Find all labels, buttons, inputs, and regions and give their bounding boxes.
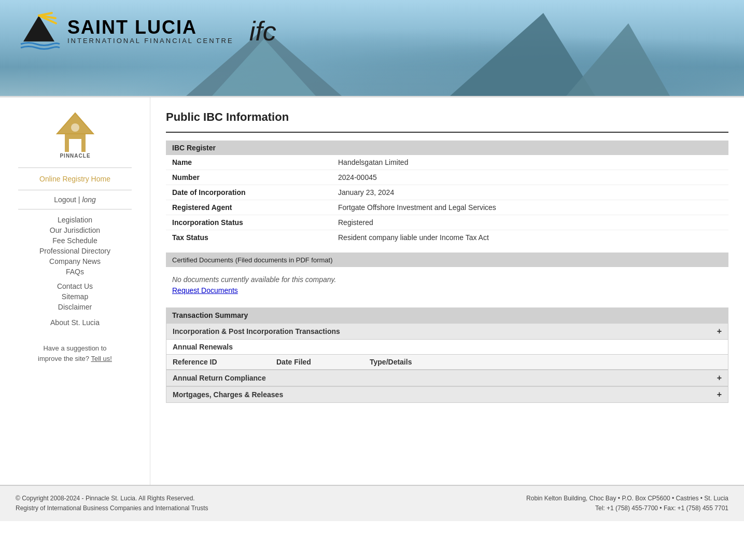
sidebar-item-contact-us[interactable]: Contact Us <box>8 281 142 291</box>
logo-area: SAINT LUCIA INTERNATIONAL FINANCIAL CENT… <box>16 10 276 52</box>
pinnacle-logo: PINNACLE ST. LUCIA <box>44 108 106 160</box>
sidebar-item-our-jurisdiction[interactable]: Our Jurisdiction <box>8 225 142 235</box>
annual-renewals-label: Annual Renewals <box>173 343 233 351</box>
certified-docs-title: Certified Documents <box>172 256 233 264</box>
field-label: Registered Agent <box>166 200 332 215</box>
sidebar-suggest-text: Have a suggestion toimprove the site? Te… <box>8 343 142 363</box>
annual-return-compliance-row[interactable]: Annual Return Compliance + <box>166 370 728 386</box>
footer-registry-line: Registry of International Business Compa… <box>16 503 208 513</box>
sidebar-item-fee-schedule[interactable]: Fee Schedule <box>8 235 142 246</box>
no-docs-text: No documents currently available for thi… <box>172 275 722 284</box>
transaction-summary-section: Transaction Summary Incorporation & Post… <box>166 307 728 403</box>
sl-ifc-logo-icon <box>16 10 62 52</box>
field-value: 2024-00045 <box>332 170 728 185</box>
col-reference-id: Reference ID <box>173 358 276 366</box>
sidebar-tell-us-link[interactable]: Tell us! <box>91 355 111 362</box>
sidebar-item-about-st-lucia[interactable]: About St. Lucia <box>8 317 142 328</box>
field-label: Incorporation Status <box>166 215 332 230</box>
footer-address-line1: Robin Kelton Building, Choc Bay • P.O. B… <box>526 494 728 503</box>
annual-renewals-columns: Reference ID Date Filed Type/Details <box>166 355 728 370</box>
table-row: Registered Agent Fortgate Offshore Inves… <box>166 200 728 215</box>
sidebar-item-legislation[interactable]: Legislation <box>8 215 142 225</box>
mortgages-charges-toggle[interactable]: + <box>717 390 722 399</box>
logout-label[interactable]: Logout <box>54 195 76 204</box>
site-header: SAINT LUCIA INTERNATIONAL FINANCIAL CENT… <box>0 0 744 96</box>
certified-docs-body: No documents currently available for thi… <box>166 271 728 302</box>
mountain-right2-icon <box>566 23 670 96</box>
field-value: January 23, 2024 <box>332 185 728 200</box>
col-type-details: Type/Details <box>370 358 722 366</box>
sidebar-item-disclaimer[interactable]: Disclaimer <box>8 302 142 312</box>
field-value: Resident company liable under Income Tax… <box>332 230 728 245</box>
annual-return-compliance-toggle[interactable]: + <box>717 373 722 383</box>
sidebar: PINNACLE ST. LUCIA Online Registry Home … <box>0 97 150 485</box>
sidebar-item-company-news[interactable]: Company News <box>8 256 142 267</box>
incorporation-transactions-row[interactable]: Incorporation & Post Incorporation Trans… <box>166 323 728 340</box>
request-documents-link[interactable]: Request Documents <box>172 286 238 295</box>
ibc-register-header: IBC Register <box>166 141 728 155</box>
field-label: Tax Status <box>166 230 332 245</box>
field-label: Number <box>166 170 332 185</box>
svg-rect-6 <box>69 139 81 152</box>
certified-docs-subtitle: (Filed documents in PDF format) <box>235 256 333 264</box>
footer-left: © Copyright 2008-2024 - Pinnacle St. Luc… <box>16 494 208 513</box>
transaction-summary-header: Transaction Summary <box>166 307 728 323</box>
table-row: Date of Incorporation January 23, 2024 <box>166 185 728 200</box>
col-date-filed: Date Filed <box>276 358 370 366</box>
footer-address-line2: Tel: +1 (758) 455-7700 • Fax: +1 (758) 4… <box>526 503 728 513</box>
footer-copyright: © Copyright 2008-2024 - Pinnacle St. Luc… <box>16 494 208 503</box>
svg-text:PINNACLE: PINNACLE <box>60 153 90 159</box>
mortgages-charges-label: Mortgages, Charges & Releases <box>173 390 283 399</box>
ibc-info-table: Name Handelsgatan Limited Number 2024-00… <box>166 155 728 245</box>
incorporation-transactions-label: Incorporation & Post Incorporation Trans… <box>173 327 340 335</box>
page-title: Public IBC Information <box>166 110 728 124</box>
sidebar-nav-secondary: Contact Us Sitemap Disclaimer <box>8 281 142 312</box>
footer-right: Robin Kelton Building, Choc Bay • P.O. B… <box>526 494 728 513</box>
main-content: Public IBC Information IBC Register Name… <box>150 97 744 485</box>
incorporation-transactions-toggle[interactable]: + <box>717 327 722 336</box>
svg-point-7 <box>71 123 79 132</box>
sidebar-item-sitemap[interactable]: Sitemap <box>8 291 142 302</box>
brand-subtitle: INTERNATIONAL FINANCIAL CENTRE <box>67 37 234 45</box>
mortgages-charges-row[interactable]: Mortgages, Charges & Releases + <box>166 386 728 403</box>
field-value: Handelsgatan Limited <box>332 155 728 170</box>
field-label: Date of Incorporation <box>166 185 332 200</box>
content-divider <box>166 132 728 133</box>
brand-text: SAINT LUCIA INTERNATIONAL FINANCIAL CENT… <box>67 18 234 45</box>
site-footer: © Copyright 2008-2024 - Pinnacle St. Luc… <box>0 485 744 521</box>
sidebar-item-faqs[interactable]: FAQs <box>8 267 142 277</box>
certified-docs-header: Certified Documents (Filed documents in … <box>166 253 728 267</box>
table-row: Incorporation Status Registered <box>166 215 728 230</box>
main-wrapper: PINNACLE ST. LUCIA Online Registry Home … <box>0 96 744 485</box>
field-value: Registered <box>332 215 728 230</box>
annual-renewals-row: Annual Renewals <box>166 340 728 355</box>
field-value: Fortgate Offshore Investment and Legal S… <box>332 200 728 215</box>
sidebar-nav-primary: Legislation Our Jurisdiction Fee Schedul… <box>8 215 142 277</box>
online-registry-home-link[interactable]: Online Registry Home <box>8 173 142 185</box>
ifc-logo-text: ifc <box>249 16 276 47</box>
table-row: Tax Status Resident company liable under… <box>166 230 728 245</box>
table-row: Number 2024-00045 <box>166 170 728 185</box>
long-label[interactable]: long <box>82 195 95 204</box>
sidebar-divider-3 <box>18 209 132 209</box>
annual-return-compliance-label: Annual Return Compliance <box>173 374 266 382</box>
sidebar-divider-2 <box>18 190 132 190</box>
table-row: Name Handelsgatan Limited <box>166 155 728 170</box>
sidebar-divider-1 <box>18 167 132 168</box>
field-label: Name <box>166 155 332 170</box>
brand-name: SAINT LUCIA <box>67 18 234 37</box>
sidebar-item-professional-directory[interactable]: Professional Directory <box>8 246 142 256</box>
